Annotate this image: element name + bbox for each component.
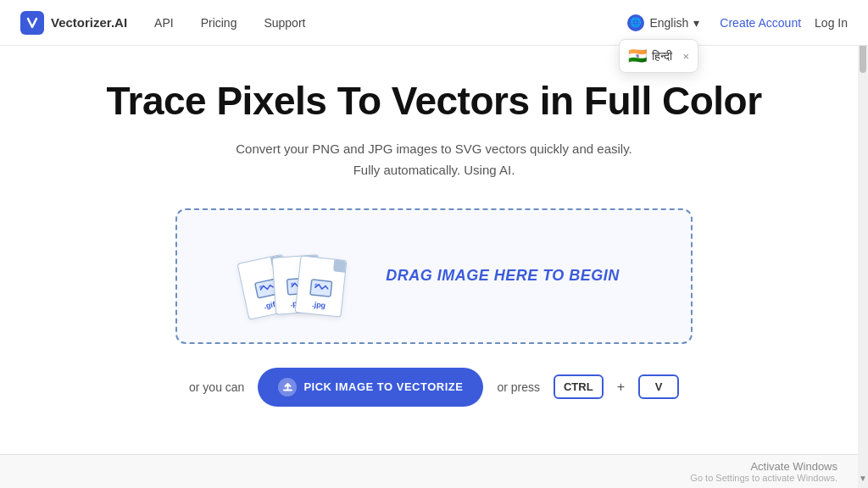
brand-name: Vectorizer.AI [51,15,127,30]
brand-logo[interactable]: Vectorizer.AI [20,11,127,35]
pick-image-button[interactable]: PICK IMAGE TO VECTORIZE [258,368,483,407]
language-button[interactable]: 🌐 English ▾ [620,11,706,35]
language-dropdown: 🇮🇳 हिन्दी × [619,39,698,73]
drop-zone[interactable]: .gif .png [175,208,693,344]
scrollbar[interactable]: ▼ [858,0,868,488]
language-arrow: ▾ [693,16,699,30]
hindi-label: हिन्दी [652,49,672,64]
main-content: Trace Pixels To Vectors in Full Color Co… [0,46,868,407]
v-key-badge: V [638,374,679,399]
close-language-dropdown-button[interactable]: × [682,50,689,63]
hero-subtitle-line1: Convert your PNG and JPG images to SVG v… [236,138,632,160]
language-option-hindi[interactable]: 🇮🇳 हिन्दी [628,47,672,65]
hero-subtitle-line2: Fully automatically. Using AI. [236,159,632,181]
nav-pricing[interactable]: Pricing [201,16,237,30]
jpg-label: .jpg [312,300,326,310]
pick-image-label: PICK IMAGE TO VECTORIZE [303,380,463,393]
navbar: Vectorizer.AI API Pricing Support 🌐 Engl… [0,0,868,46]
action-row: or you can PICK IMAGE TO VECTORIZE or pr… [189,368,679,407]
activate-windows-subtitle: Go to Settings to activate Windows. [690,473,837,483]
file-icons-group: .gif .png [248,234,359,319]
jpg-file-icon: .jpg [295,255,348,317]
hero-title: Trace Pixels To Vectors in Full Color [106,80,761,123]
nav-api[interactable]: API [154,16,174,30]
nav-support[interactable]: Support [264,16,305,30]
main-nav: API Pricing Support [154,16,305,30]
plus-sign: + [617,380,625,395]
logo-icon [20,11,44,35]
activate-windows-title: Activate Windows [690,460,837,473]
activate-windows-text: Activate Windows Go to Settings to activ… [690,460,837,483]
language-label: English [649,16,688,30]
navbar-right: 🌐 English ▾ Create Account Log In [620,11,848,35]
globe-icon: 🌐 [627,14,644,31]
windows-activation-bar: Activate Windows Go to Settings to activ… [0,454,858,488]
upload-icon [278,378,297,396]
drag-drop-text: DRAG IMAGE HERE TO BEGIN [386,267,620,285]
action-prefix: or you can [189,380,244,394]
create-account-button[interactable]: Create Account [720,16,801,30]
login-button[interactable]: Log In [815,16,848,30]
scroll-down-arrow[interactable]: ▼ [860,471,866,485]
or-press-text: or press [497,380,540,394]
ctrl-key-badge: CTRL [554,374,604,399]
india-flag-icon: 🇮🇳 [628,47,647,65]
hero-subtitle: Convert your PNG and JPG images to SVG v… [236,138,632,181]
